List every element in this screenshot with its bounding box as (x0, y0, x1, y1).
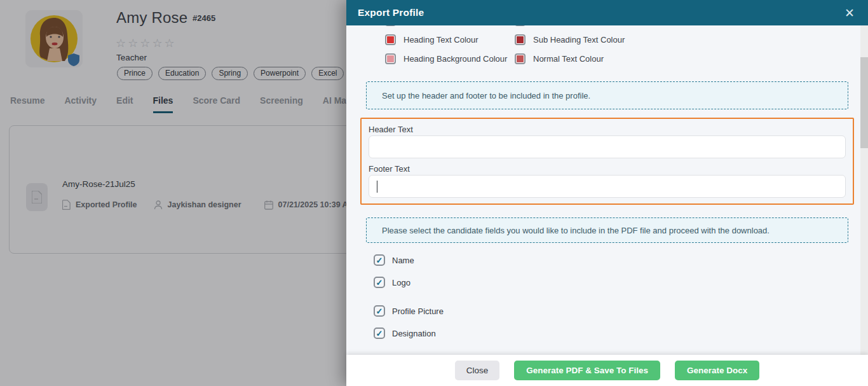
swatch-fill (517, 36, 524, 43)
colour-swatch[interactable] (385, 34, 396, 45)
colour-option-heading-text[interactable]: Heading Text Colour (385, 30, 515, 49)
scrollbar-thumb[interactable] (860, 57, 868, 148)
modal-title: Export Profile (358, 7, 424, 18)
colour-option-label: Heading Text Colour (403, 35, 478, 45)
checkbox-checked-icon[interactable]: ✓ (374, 305, 385, 317)
checkbox-label: Name (392, 256, 414, 265)
colour-option-heading-background[interactable]: Heading Background Colour (385, 49, 515, 68)
checkbox-checked-icon[interactable]: ✓ (374, 254, 385, 266)
colour-swatch[interactable] (515, 25, 526, 26)
checkbox-label: Logo (392, 278, 410, 287)
colour-option-label: Sub Heading Text Colour (533, 35, 625, 45)
text-cursor (377, 181, 377, 193)
swatch-fill (517, 55, 524, 62)
close-icon[interactable]: ✕ (842, 6, 857, 20)
colour-option-label: Heading Background Colour (403, 54, 507, 64)
close-button[interactable]: Close (455, 361, 500, 380)
field-checkbox-name[interactable]: ✓ Name (374, 253, 868, 267)
header-text-label: Header Text (369, 124, 846, 135)
field-checkbox-profile-picture[interactable]: ✓ Profile Picture (374, 304, 868, 318)
info-text: Please select the candidate fields you w… (382, 226, 770, 235)
modal-footer: Close Generate PDF & Save To Files Gener… (346, 355, 868, 386)
generate-pdf-save-button[interactable]: Generate PDF & Save To Files (514, 361, 660, 380)
info-text: Set up the header and footer to be inclu… (382, 91, 590, 100)
header-text-input[interactable] (369, 135, 846, 158)
colour-option-normal-text[interactable]: Normal Text Colour (515, 49, 868, 68)
generate-docx-button[interactable]: Generate Docx (675, 361, 759, 380)
scrollbar-track (860, 25, 868, 355)
colour-swatch[interactable] (515, 34, 526, 45)
colour-swatch[interactable] (515, 53, 526, 64)
colour-option-sub-heading-text[interactable]: Sub Heading Text Colour (515, 30, 868, 49)
checkbox-label: Profile Picture (392, 307, 444, 316)
candidate-fields-list: ✓ Name ✓ Logo ✓ Profile Picture ✓ Design… (374, 253, 868, 340)
field-checkbox-logo[interactable]: ✓ Logo (374, 275, 868, 289)
screen: Amy Rose #2465 ☆☆☆☆☆ Teacher Prince Educ… (0, 0, 868, 386)
colour-option-label: Normal Text Colour (533, 54, 604, 64)
colour-options: Banner Background Colour Banner Text Col… (385, 25, 868, 68)
field-checkbox-designation[interactable]: ✓ Designation (374, 326, 868, 340)
swatch-fill (387, 55, 394, 62)
header-footer-section: Header Text Footer Text (360, 118, 854, 205)
footer-text-input[interactable] (369, 175, 846, 198)
header-footer-info-box: Set up the header and footer to be inclu… (366, 81, 848, 109)
colour-option-banner-text[interactable]: Banner Text Colour (515, 25, 868, 30)
colour-swatch[interactable] (385, 25, 396, 26)
fields-info-box: Please select the candidate fields you w… (366, 217, 848, 243)
checkbox-checked-icon[interactable]: ✓ (374, 327, 385, 339)
checkbox-label: Designation (392, 329, 436, 338)
swatch-fill (387, 36, 394, 43)
colour-swatch[interactable] (385, 53, 396, 64)
checkbox-checked-icon[interactable]: ✓ (374, 277, 385, 288)
footer-text-label: Footer Text (369, 163, 846, 175)
modal-body: Banner Background Colour Banner Text Col… (346, 25, 868, 355)
colour-option-banner-background[interactable]: Banner Background Colour (385, 25, 515, 30)
modal-header: Export Profile ✕ (346, 0, 868, 25)
export-profile-modal: Export Profile ✕ Banner Background Colou… (346, 0, 868, 386)
